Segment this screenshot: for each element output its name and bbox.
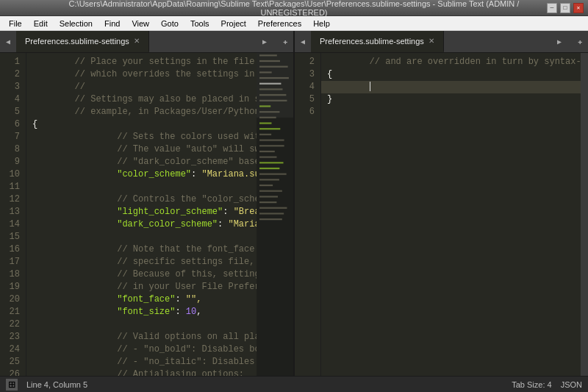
line-number: 16 [3, 243, 20, 256]
code-line: // Antialiasing options: [26, 368, 257, 376]
line-number: 8 [3, 143, 20, 156]
line-number: 11 [3, 181, 20, 193]
status-tab-size[interactable]: Tab Size: 4 [512, 380, 551, 389]
line-number: 2 [298, 56, 315, 68]
status-syntax[interactable]: JSON [561, 380, 582, 389]
window-controls[interactable]: ─ □ ✕ [547, 3, 584, 13]
line-number: 23 [3, 331, 20, 343]
code-line: // Valid options on all platforms are: [26, 331, 257, 343]
right-panel-add[interactable]: ✚ [572, 31, 588, 52]
left-minimap[interactable] [257, 53, 293, 376]
line-number: 21 [3, 306, 20, 318]
code-line: // example, in Packages/User/Python.subl… [26, 106, 257, 118]
code-line: // Settings may also be placed in syntax… [26, 93, 257, 106]
editor-area: 1234567891011121314151617181920212223242… [0, 53, 588, 376]
left-tab-label: Preferences.sublime-settings [25, 37, 129, 46]
maximize-button[interactable]: □ [560, 3, 570, 13]
tab-bar: ◀ Preferences.sublime-settings ✕ ▶ ✚ ◀ P… [0, 31, 588, 53]
code-line: // [26, 81, 257, 93]
code-line [26, 181, 257, 193]
menu-item-preferences[interactable]: Preferences [252, 16, 307, 30]
line-number: 5 [298, 93, 315, 106]
code-line [26, 231, 257, 243]
line-number: 25 [3, 356, 20, 368]
status-left: ⊞ Line 4, Column 5 [6, 379, 87, 391]
code-line: "dark_color_scheme": "Mariana.sublime-co… [26, 218, 257, 231]
menu-item-find[interactable]: Find [98, 16, 126, 30]
menu-item-goto[interactable]: Goto [155, 16, 184, 30]
line-number: 19 [3, 281, 20, 293]
status-right: Tab Size: 4 JSON [512, 380, 582, 389]
left-panel-add[interactable]: ✚ [277, 31, 293, 52]
code-line: // Note that the font_face and font_size… [26, 243, 257, 256]
title-text: C:\Users\Administrator\AppData\Roaming\S… [41, 0, 547, 17]
right-tab-label: Preferences.sublime-settings [320, 37, 424, 46]
line-number: 3 [298, 68, 315, 81]
code-line: } [321, 93, 581, 106]
line-number: 2 [3, 68, 20, 81]
line-number: 6 [3, 118, 20, 131]
left-tab-close[interactable]: ✕ [134, 37, 140, 45]
menu-item-file[interactable]: File [3, 16, 28, 30]
right-code-content[interactable]: // and are overridden in turn by syntax-… [321, 53, 581, 376]
code-line [321, 81, 581, 93]
line-number: 12 [3, 193, 20, 206]
left-panel-tabs: ◀ Preferences.sublime-settings ✕ ▶ ✚ [0, 31, 293, 52]
line-number: 7 [3, 131, 20, 143]
code-line: // The value "auto" will switch between … [26, 143, 257, 156]
line-number: 20 [3, 293, 20, 306]
right-tab-preferences[interactable]: Preferences.sublime-settings ✕ [311, 31, 444, 52]
line-number: 4 [298, 81, 315, 93]
code-line: // Because of this, setting them here wi… [26, 268, 257, 281]
line-number: 4 [3, 93, 20, 106]
line-number: 24 [3, 343, 20, 356]
code-line: // Controls the "color_scheme" when set … [26, 193, 257, 206]
line-number: 13 [3, 206, 20, 218]
menu-item-view[interactable]: View [126, 16, 155, 30]
code-line [321, 106, 581, 118]
status-icon: ⊞ [6, 379, 18, 391]
line-number: 1 [3, 56, 20, 68]
line-number: 17 [3, 256, 20, 268]
line-number: 26 [3, 368, 20, 376]
code-line: "font_face": "", [26, 293, 257, 306]
menu-item-help[interactable]: Help [307, 16, 336, 30]
line-number: 3 [3, 81, 20, 93]
line-number: 15 [3, 231, 20, 243]
left-editor-panel[interactable]: 1234567891011121314151617181920212223242… [0, 53, 293, 376]
left-panel-prev-arrow[interactable]: ◀ [0, 31, 16, 52]
menu-item-edit[interactable]: Edit [28, 16, 54, 30]
code-line: // in your User File Preferences. [26, 281, 257, 293]
right-line-numbers: 23456 [295, 53, 321, 376]
code-line: "light_color_scheme": "Breakers.sublime-… [26, 206, 257, 218]
right-panel-prev-arrow[interactable]: ◀ [295, 31, 311, 52]
left-panel-next-arrow[interactable]: ▶ [257, 31, 273, 52]
menu-item-project[interactable]: Project [215, 16, 252, 30]
code-line: { [321, 68, 581, 81]
line-number: 6 [298, 106, 315, 118]
left-code-content[interactable]: // Place your settings in the file "Pack… [26, 53, 257, 376]
code-line: // specific settings file, for example, … [26, 256, 257, 268]
code-line: "font_size": 10, [26, 306, 257, 318]
right-editor-panel[interactable]: 23456 // and are overridden in turn by s… [293, 53, 588, 376]
line-number: 14 [3, 218, 20, 231]
status-bar: ⊞ Line 4, Column 5 Tab Size: 4 JSON [0, 376, 588, 392]
line-number: 22 [3, 318, 20, 331]
menu-item-tools[interactable]: Tools [184, 16, 215, 30]
line-number: 18 [3, 268, 20, 281]
close-button[interactable]: ✕ [573, 3, 584, 13]
right-scrollbar[interactable] [581, 53, 588, 376]
right-panel-next-arrow[interactable]: ▶ [551, 31, 567, 52]
menu-item-selection[interactable]: Selection [54, 16, 98, 30]
left-tab-preferences[interactable]: Preferences.sublime-settings ✕ [16, 31, 149, 52]
code-line: // - "no_italic": Disables italic text [26, 356, 257, 368]
line-number: 9 [3, 156, 20, 168]
code-line: // Place your settings in the file "Pack… [26, 56, 257, 68]
code-line: // Sets the colors used within the text … [26, 131, 257, 143]
minimize-button[interactable]: ─ [547, 3, 557, 13]
code-line: "color_scheme": "Mariana.sublime-color-s… [26, 168, 257, 181]
right-tab-close[interactable]: ✕ [429, 37, 434, 45]
line-number: 10 [3, 168, 20, 181]
code-line: // - "no_bold": Disables bold text [26, 343, 257, 356]
text-cursor [370, 82, 370, 91]
